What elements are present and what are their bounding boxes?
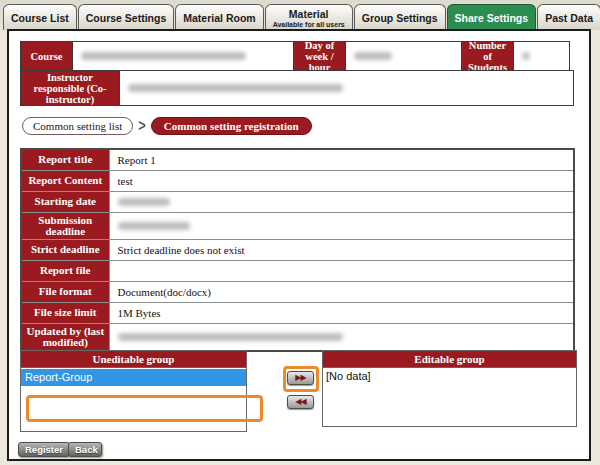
tab-share-settings[interactable]: Share Settings (447, 4, 537, 30)
row-value: Report 1 (109, 149, 574, 170)
instructor-label: Instructor responsible (Co-instructor) (20, 70, 120, 106)
editable-group-header: Editable group (323, 351, 576, 368)
table-row: Strict deadline Strict deadline does not… (21, 239, 574, 260)
row-value: Strict deadline does not exist (109, 239, 574, 260)
uneditable-group-list[interactable]: Report-Group (21, 369, 246, 386)
day-of-week-value-redacted (345, 41, 462, 71)
editable-group-list[interactable]: [No data] (323, 368, 576, 384)
uneditable-group-box: Uneditable group Report-Group (20, 350, 247, 432)
row-label: Submission deadline (21, 212, 109, 239)
register-button[interactable]: Register (18, 442, 70, 457)
row-value-redacted (109, 212, 574, 239)
row-label: File size limit (21, 302, 109, 323)
tab-course-list[interactable]: Course List (3, 4, 77, 30)
students-label: Number of Students (461, 41, 514, 71)
row-label: Report file (21, 260, 109, 281)
day-of-week-label: Day of week / hour (293, 41, 346, 71)
course-value-redacted (72, 41, 294, 71)
row-value: Document(doc/docx) (109, 281, 574, 302)
tab-label: Material (289, 8, 329, 20)
instructor-value-redacted (119, 70, 574, 106)
tab-label: Course Settings (86, 12, 167, 24)
table-row: Updated by (last modified) (21, 323, 574, 351)
move-to-uneditable-button[interactable]: ◀◀ (287, 395, 314, 409)
list-item-report-group[interactable]: Report-Group (21, 369, 246, 386)
table-row: Report Content test (21, 170, 574, 191)
row-label: Updated by (last modified) (21, 323, 109, 351)
tab-bar: Course List Course Settings Material Roo… (0, 0, 600, 30)
breadcrumb: Common setting list > Common setting reg… (22, 116, 312, 135)
chevron-right-icon: > (138, 117, 146, 135)
tab-label: Past Data (545, 12, 593, 24)
tab-past-data[interactable]: Past Data (537, 4, 600, 30)
course-label: Course (20, 41, 73, 71)
tab-label: Course List (11, 12, 69, 24)
common-setting-registration-badge: Common setting registration (151, 117, 312, 135)
editable-group-box: Editable group [No data] (322, 350, 577, 427)
course-info-table: Course Day of week / hour Number of Stud… (20, 41, 575, 106)
no-data-placeholder: [No data] (323, 368, 576, 384)
table-row: Starting date (21, 191, 574, 212)
common-setting-list-link[interactable]: Common setting list (22, 117, 133, 135)
back-button[interactable]: Back (68, 442, 102, 457)
tab-course-settings[interactable]: Course Settings (78, 4, 175, 30)
table-row: File size limit 1M Bytes (21, 302, 574, 323)
row-value: 1M Bytes (109, 302, 574, 323)
row-value: test (109, 170, 574, 191)
row-label: Strict deadline (21, 239, 109, 260)
table-row: Submission deadline (21, 212, 574, 239)
row-label: Report title (21, 149, 109, 170)
tab-label: Group Settings (362, 12, 438, 24)
row-label: Starting date (21, 191, 109, 212)
table-row: Report title Report 1 (21, 149, 574, 170)
students-value-redacted (513, 41, 570, 71)
tab-material-room[interactable]: Material Room (175, 4, 263, 30)
row-value-redacted (109, 191, 574, 212)
tab-label: Material Room (183, 12, 255, 24)
tab-sublabel: Available for all users (273, 21, 345, 28)
report-details-table: Report title Report 1 Report Content tes… (20, 148, 575, 352)
tab-group-settings[interactable]: Group Settings (354, 4, 446, 30)
main-content-panel: Course Day of week / hour Number of Stud… (7, 29, 591, 461)
uneditable-group-header: Uneditable group (21, 351, 246, 368)
row-value (109, 260, 574, 281)
tab-material-all-users[interactable]: Material Available for all users (265, 4, 353, 30)
row-value-redacted (109, 323, 574, 351)
tab-label: Share Settings (455, 12, 529, 24)
table-row: Report file (21, 260, 574, 281)
table-row: File format Document(doc/docx) (21, 281, 574, 302)
move-to-editable-button[interactable]: ▶▶ (287, 371, 314, 385)
row-label: Report Content (21, 170, 109, 191)
row-label: File format (21, 281, 109, 302)
